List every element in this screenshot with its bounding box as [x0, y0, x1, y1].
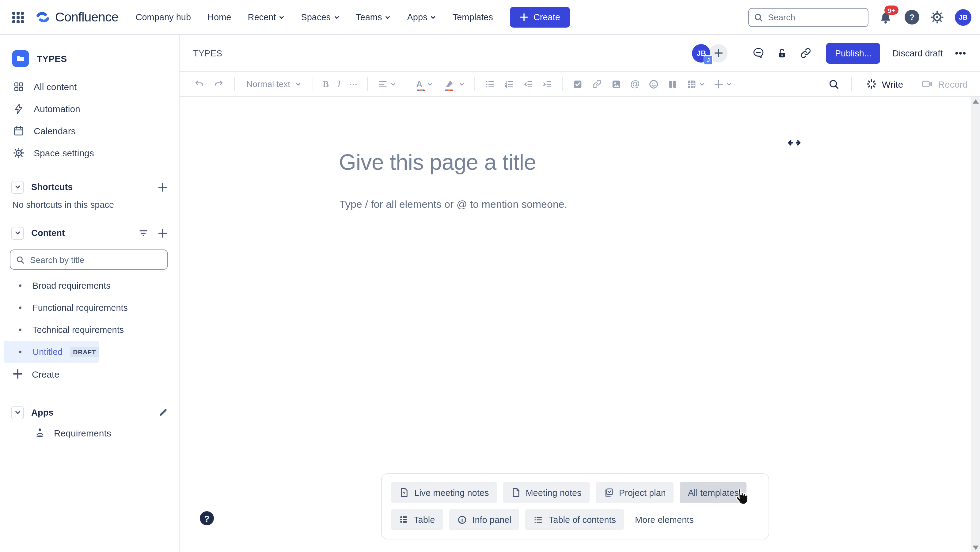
nav-recent[interactable]: Recent	[248, 12, 285, 22]
insert-table-quick[interactable]: Table	[391, 509, 443, 530]
sidebar-item-space-settings[interactable]: Space settings	[0, 142, 179, 164]
task-list-button[interactable]	[573, 79, 583, 89]
editor-canvas[interactable]: Give this page a title Type / for all el…	[180, 97, 980, 552]
redo-button[interactable]	[213, 78, 224, 89]
chevron-down-icon	[699, 81, 705, 87]
toc-icon	[533, 515, 543, 524]
app-item-requirements[interactable]: Requirements	[0, 422, 111, 444]
restrictions-button[interactable]	[776, 47, 789, 59]
more-elements-button[interactable]: More elements	[630, 509, 699, 530]
alignment-dropdown[interactable]	[377, 79, 396, 89]
page-item-broad-requirements[interactable]: Broad requirements	[0, 275, 179, 297]
discard-draft-button[interactable]: Discard draft	[892, 48, 943, 58]
content-search-input[interactable]	[29, 254, 162, 265]
help-icon[interactable]: ?	[905, 10, 920, 24]
content-search[interactable]	[10, 250, 168, 270]
task-icon	[573, 79, 583, 89]
help-fab[interactable]: ?	[200, 511, 214, 525]
add-content-button[interactable]	[158, 228, 168, 238]
template-project-plan[interactable]: Project plan	[596, 482, 674, 503]
nav-company-hub[interactable]: Company hub	[136, 12, 191, 22]
shortcuts-collapse-toggle[interactable]	[11, 181, 24, 193]
insert-link-button[interactable]	[592, 78, 603, 89]
apps-collapse-toggle[interactable]	[11, 406, 24, 419]
template-quick-panel: Live meeting notes Meeting notes Project…	[381, 473, 769, 539]
ordered-list-button[interactable]	[504, 79, 514, 89]
vertical-scrollbar[interactable]	[971, 97, 980, 552]
settings-button[interactable]	[930, 10, 945, 24]
text-color-dropdown[interactable]: A	[416, 79, 433, 89]
page-item-untitled-draft[interactable]: Untitled DRAFT	[4, 341, 99, 363]
nav-home[interactable]: Home	[207, 12, 231, 22]
page-item-functional-requirements[interactable]: Functional requirements	[0, 297, 179, 319]
editor-main: TYPES JB J	[180, 35, 980, 552]
find-replace-button[interactable]	[828, 78, 840, 90]
record-mode-toggle[interactable]: Record	[921, 78, 968, 90]
template-live-meeting-notes[interactable]: Live meeting notes	[391, 482, 497, 503]
copy-link-button[interactable]	[800, 46, 812, 59]
content-collapse-toggle[interactable]	[11, 226, 24, 239]
sidebar-item-automation[interactable]: Automation	[0, 97, 179, 119]
highlight-icon	[444, 79, 454, 89]
unlock-icon	[776, 47, 789, 59]
space-header[interactable]: TYPES	[0, 46, 179, 70]
record-icon	[921, 78, 933, 90]
scroll-down-arrow-icon[interactable]	[972, 546, 978, 550]
outdent-button[interactable]	[523, 79, 533, 89]
global-search[interactable]	[748, 8, 869, 27]
bold-button[interactable]: B	[323, 79, 329, 89]
undo-button[interactable]	[194, 78, 205, 89]
page-item-technical-requirements[interactable]: Technical requirements	[0, 319, 179, 341]
width-toggle-icon[interactable]	[786, 138, 802, 147]
nav-spaces[interactable]: Spaces	[301, 12, 339, 22]
breadcrumb[interactable]: TYPES	[193, 48, 222, 58]
redo-icon	[213, 78, 224, 89]
insert-table-dropdown[interactable]	[686, 79, 705, 89]
layout-button[interactable]	[667, 79, 678, 89]
text-formatting-more-button[interactable]: ⋯	[349, 80, 358, 89]
confluence-logo[interactable]: Confluence	[35, 9, 119, 25]
add-shortcut-button[interactable]	[158, 182, 168, 192]
tree-create-button[interactable]: Create	[0, 363, 59, 385]
global-search-input[interactable]	[767, 12, 863, 23]
page-body-input[interactable]: Type / for all elements or @ to mention …	[339, 199, 567, 211]
bullet-list-button[interactable]	[485, 79, 495, 89]
nav-templates[interactable]: Templates	[453, 12, 493, 22]
publish-button[interactable]: Publish...	[826, 43, 880, 64]
notifications-button[interactable]: 9+	[878, 8, 894, 26]
bullet-icon	[19, 351, 21, 353]
insert-toc-quick[interactable]: Table of contents	[525, 509, 624, 530]
plus-icon	[520, 13, 528, 21]
emoji-button[interactable]	[648, 79, 659, 89]
scroll-up-arrow-icon[interactable]	[972, 99, 978, 103]
template-meeting-notes[interactable]: Meeting notes	[503, 482, 589, 503]
sidebar-item-all-content[interactable]: All content	[0, 75, 179, 97]
indent-button[interactable]	[542, 79, 552, 89]
mention-button[interactable]: @	[630, 78, 640, 89]
sidebar-item-calendars[interactable]: Calendars	[0, 119, 179, 142]
user-avatar[interactable]: JB	[955, 9, 971, 25]
chevron-down-icon	[431, 14, 436, 20]
insert-info-panel-quick[interactable]: Info panel	[449, 509, 519, 530]
filter-content-button[interactable]	[138, 227, 149, 239]
edit-apps-button[interactable]	[158, 408, 168, 417]
app-switcher-icon[interactable]	[12, 11, 24, 23]
comment-button[interactable]	[752, 46, 765, 59]
insert-image-button[interactable]	[611, 79, 622, 89]
editing-avatar[interactable]: JB J	[692, 44, 711, 62]
insert-more-dropdown[interactable]	[713, 79, 732, 89]
nav-teams[interactable]: Teams	[356, 12, 390, 22]
write-mode-toggle[interactable]: Write	[866, 78, 903, 89]
text-style-dropdown[interactable]: Normal text	[247, 79, 301, 89]
apps-section-header: Apps	[0, 403, 179, 422]
link-icon	[800, 46, 812, 59]
space-name: TYPES	[37, 53, 67, 64]
nav-apps[interactable]: Apps	[407, 12, 436, 22]
page-title-input[interactable]: Give this page a title	[339, 150, 536, 175]
table-icon	[399, 515, 408, 524]
more-actions-button[interactable]: •••	[955, 48, 967, 58]
create-button[interactable]: Create	[510, 7, 570, 28]
italic-button[interactable]: I	[337, 78, 340, 89]
highlight-color-dropdown[interactable]	[444, 79, 465, 89]
draft-badge: DRAFT	[70, 347, 99, 357]
